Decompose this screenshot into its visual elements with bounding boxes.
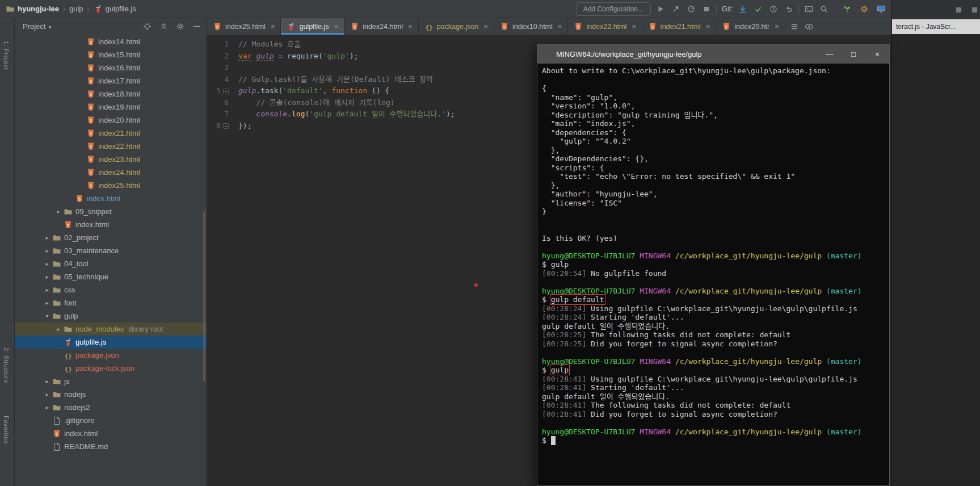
tree-item[interactable]: ▸nodejs2 bbox=[15, 401, 207, 414]
tab-close-icon[interactable]: × bbox=[334, 22, 339, 31]
maximize-button[interactable]: □ bbox=[842, 45, 865, 64]
build-icon[interactable] bbox=[671, 5, 680, 14]
hide-icon[interactable] bbox=[192, 22, 201, 31]
tree-item[interactable]: gulpfile.js bbox=[15, 336, 207, 349]
settings-gear-icon[interactable] bbox=[860, 5, 869, 14]
chevron-right-icon[interactable]: ▸ bbox=[42, 274, 52, 280]
chevron-right-icon[interactable]: ▸ bbox=[42, 261, 52, 267]
editor-tab[interactable]: gulpfile.js× bbox=[281, 18, 344, 35]
chevron-right-icon[interactable]: ▸ bbox=[42, 378, 52, 384]
chevron-right-icon[interactable]: ▸ bbox=[42, 234, 52, 241]
tree-item[interactable]: 5index21.html bbox=[15, 127, 207, 140]
breadcrumb-item[interactable]: gulp bbox=[69, 5, 83, 13]
tree-item[interactable]: 5index23.html bbox=[15, 153, 207, 166]
tab-close-icon[interactable]: × bbox=[632, 22, 636, 31]
chevron-right-icon[interactable]: ▸ bbox=[42, 287, 52, 293]
eye-icon[interactable] bbox=[805, 22, 814, 31]
tree-item[interactable]: ▸04_tool bbox=[15, 257, 207, 270]
chevron-right-icon[interactable]: ▸ bbox=[53, 326, 64, 332]
minimize-button[interactable]: — bbox=[818, 45, 842, 64]
tree-item[interactable]: 5index20.html bbox=[15, 114, 207, 127]
editor-tab[interactable]: 5index25.html× bbox=[207, 18, 281, 35]
git-commit-icon[interactable] bbox=[754, 5, 763, 14]
chevron-down-icon[interactable]: ▾ bbox=[42, 313, 52, 319]
tree-item[interactable]: 5index.html bbox=[15, 218, 207, 231]
chevron-down-icon[interactable]: ▾ bbox=[48, 24, 51, 30]
tree-item[interactable]: 5index.html bbox=[15, 427, 207, 440]
plant-icon[interactable] bbox=[843, 5, 852, 14]
tab-close-icon[interactable]: × bbox=[775, 22, 779, 31]
tree-item[interactable]: 5index18.html bbox=[15, 87, 207, 100]
editor-tab[interactable]: 5index24.html× bbox=[344, 18, 418, 35]
add-configuration-button[interactable]: Add Configuration... bbox=[576, 2, 651, 16]
fold-marker-icon[interactable]: − bbox=[223, 89, 229, 94]
tree-item[interactable]: 5index16.html bbox=[15, 61, 207, 74]
tree-item[interactable]: .gitignore bbox=[15, 414, 207, 427]
search-icon[interactable] bbox=[819, 5, 828, 14]
tree-item[interactable]: ▸02_project bbox=[15, 231, 207, 244]
app-icon[interactable] bbox=[970, 5, 979, 14]
git-history-icon[interactable] bbox=[769, 5, 778, 14]
tree-item[interactable]: {}package-lock.json bbox=[15, 362, 207, 375]
git-rollback-icon[interactable] bbox=[784, 5, 793, 14]
tree-item[interactable]: 5index14.html bbox=[15, 35, 207, 48]
tree-item[interactable]: ▸nodejs bbox=[15, 388, 207, 401]
app-icon[interactable] bbox=[954, 5, 963, 14]
terminal-frame-icon[interactable] bbox=[804, 5, 813, 14]
chevron-right-icon[interactable]: ▸ bbox=[53, 208, 64, 215]
fold-marker-icon[interactable]: − bbox=[223, 123, 229, 129]
tree-item[interactable]: ▸09_snippet bbox=[15, 205, 207, 218]
tree-item[interactable]: 5index.html bbox=[15, 192, 207, 205]
tree-item[interactable]: ▾gulp bbox=[15, 309, 207, 322]
tree-item[interactable]: ▸node_moduleslibrary root bbox=[15, 322, 207, 336]
project-scrollbar[interactable] bbox=[203, 211, 205, 382]
tab-close-icon[interactable]: × bbox=[483, 22, 488, 31]
tree-item[interactable]: 5index15.html bbox=[15, 48, 207, 61]
tree-item[interactable]: ▸03_maintenance bbox=[15, 244, 207, 257]
tree-item[interactable]: README.md bbox=[15, 440, 207, 453]
background-window-title[interactable]: teract.js - JavaScr... bbox=[892, 19, 980, 34]
breadcrumb-item[interactable]: gulpfile.js bbox=[94, 5, 136, 14]
collapse-all-icon[interactable] bbox=[159, 22, 168, 31]
chevron-right-icon[interactable]: ▸ bbox=[42, 300, 52, 306]
breadcrumb-item[interactable]: hyungju-lee bbox=[6, 5, 59, 14]
tree-item[interactable]: 5index17.html bbox=[15, 74, 207, 87]
git-update-icon[interactable] bbox=[738, 5, 747, 14]
tree-item[interactable]: 5index25.html bbox=[15, 179, 207, 192]
tree-item[interactable]: ▸js bbox=[15, 375, 207, 388]
terminal-text: }, bbox=[542, 181, 560, 190]
project-panel-title[interactable]: Project bbox=[23, 22, 45, 31]
editor-tab[interactable]: 5index21.html× bbox=[642, 18, 716, 35]
tree-item[interactable]: 5index22.html bbox=[15, 140, 207, 153]
editor-tab[interactable]: 5index10.html× bbox=[494, 18, 568, 35]
chevron-right-icon[interactable]: ▸ bbox=[42, 404, 52, 410]
hidden-tabs-icon[interactable] bbox=[790, 22, 799, 31]
tool-window-button-project[interactable]: 1: Project bbox=[3, 41, 10, 70]
tree-item[interactable]: 5index24.html bbox=[15, 166, 207, 179]
tree-item[interactable]: ▸css bbox=[15, 283, 207, 296]
terminal-body[interactable]: About to write to C:\workplace_git\hyung… bbox=[537, 64, 889, 485]
close-button[interactable]: × bbox=[865, 45, 889, 64]
locate-icon[interactable] bbox=[142, 22, 152, 31]
monitor-icon[interactable] bbox=[877, 5, 886, 14]
chevron-right-icon[interactable]: ▸ bbox=[42, 391, 52, 397]
tab-close-icon[interactable]: × bbox=[706, 22, 710, 31]
profile-icon[interactable] bbox=[687, 5, 696, 14]
editor-tab[interactable]: 5index22.html× bbox=[568, 18, 642, 35]
tree-item[interactable]: ▸05_technique bbox=[15, 270, 207, 283]
tree-item[interactable]: 5index19.html bbox=[15, 100, 207, 114]
run-icon[interactable] bbox=[656, 5, 665, 14]
tool-window-button-structure[interactable]: 2: Structure bbox=[3, 347, 10, 383]
tab-close-icon[interactable]: × bbox=[271, 22, 275, 31]
chevron-right-icon[interactable]: ▸ bbox=[42, 248, 52, 254]
stop-icon[interactable] bbox=[702, 5, 711, 14]
editor-tab[interactable]: {}package.json× bbox=[419, 18, 494, 35]
terminal-titlebar[interactable]: MINGW64:/c/workplace_git/hyungju-lee/gul… bbox=[537, 45, 889, 64]
tree-item[interactable]: ▸font bbox=[15, 296, 207, 309]
tool-window-button-favorites[interactable]: Favorites bbox=[3, 416, 10, 444]
gear-icon[interactable] bbox=[175, 22, 184, 31]
tab-close-icon[interactable]: × bbox=[408, 22, 413, 31]
tree-item[interactable]: {}package.json bbox=[15, 349, 207, 362]
editor-tab[interactable]: 5index20.html× bbox=[716, 18, 785, 35]
tab-close-icon[interactable]: × bbox=[558, 22, 562, 31]
